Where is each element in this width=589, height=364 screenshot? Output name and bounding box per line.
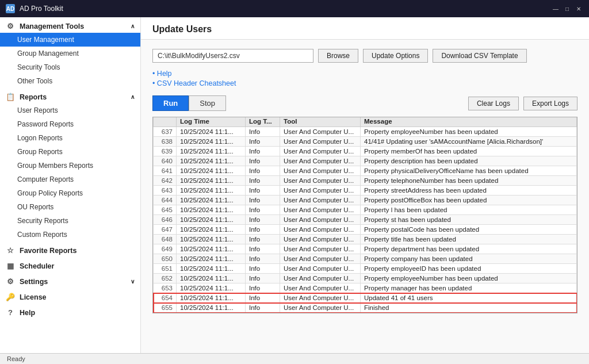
favorite-reports-icon: ☆: [6, 246, 15, 255]
row-time: 10/25/2024 11:1...: [177, 293, 246, 303]
sidebar-category-license[interactable]: 🔑 License: [0, 288, 140, 304]
row-time: 10/25/2024 11:1...: [177, 215, 246, 225]
row-time: 10/25/2024 11:1...: [177, 186, 246, 196]
group-reports-label: Group Reports: [17, 148, 63, 156]
row-log-type: Info: [246, 244, 280, 254]
row-log-type: Info: [246, 303, 280, 313]
help-link[interactable]: • Help: [152, 70, 577, 78]
update-options-button[interactable]: Update Options: [363, 49, 428, 63]
row-time: 10/25/2024 11:1...: [177, 176, 246, 186]
row-message: Property title has been updated: [361, 235, 577, 244]
help-label: Help: [20, 309, 35, 317]
sidebar-item-group-policy-reports[interactable]: Group Policy Reports: [0, 186, 140, 200]
sidebar-item-ou-reports[interactable]: OU Reports: [0, 200, 140, 214]
row-message: Property department has been updated: [361, 244, 577, 254]
row-id: 647: [154, 225, 177, 235]
app-title: AD Pro Toolkit: [20, 5, 63, 13]
user-reports-label: User Reports: [17, 106, 58, 114]
col-header-tool: Tool: [280, 117, 361, 127]
row-tool: User And Computer U...: [280, 264, 361, 274]
stop-button[interactable]: Stop: [189, 95, 226, 111]
row-tool: User And Computer U...: [280, 254, 361, 264]
row-id: 653: [154, 283, 177, 293]
group-policy-reports-label: Group Policy Reports: [17, 189, 83, 197]
row-log-type: Info: [246, 186, 280, 196]
sidebar-item-user-management[interactable]: User Management: [0, 33, 140, 47]
row-id: 646: [154, 215, 177, 225]
table-row: 65410/25/2024 11:1...InfoUser And Comput…: [154, 293, 577, 303]
row-message: Property employeeNumber has been updated: [361, 274, 577, 283]
browse-button[interactable]: Browse: [318, 49, 358, 63]
row-time: 10/25/2024 11:1...: [177, 225, 246, 235]
download-csv-template-button[interactable]: Download CSV Template: [433, 49, 526, 63]
row-tool: User And Computer U...: [280, 147, 361, 156]
row-id: 638: [154, 137, 177, 147]
file-path-input[interactable]: [152, 49, 313, 63]
custom-reports-label: Custom Reports: [17, 231, 67, 239]
csv-cheatsheet-link[interactable]: • CSV Header Cheatsheet: [152, 79, 577, 87]
row-tool: User And Computer U...: [280, 274, 361, 283]
sidebar-item-computer-reports[interactable]: Computer Reports: [0, 173, 140, 186]
row-tool: User And Computer U...: [280, 235, 361, 244]
row-log-type: Info: [246, 127, 280, 137]
logon-reports-label: Logon Reports: [17, 134, 63, 142]
row-message: Property postalCode has been updated: [361, 225, 577, 235]
row-log-type: Info: [246, 215, 280, 225]
sidebar-item-password-reports[interactable]: Password Reports: [0, 117, 140, 131]
col-header-log-time: Log Time: [177, 117, 246, 127]
row-time: 10/25/2024 11:1...: [177, 205, 246, 215]
row-tool: User And Computer U...: [280, 215, 361, 225]
row-id: 637: [154, 127, 177, 137]
ou-reports-label: OU Reports: [17, 203, 53, 211]
maximize-button[interactable]: □: [563, 4, 572, 13]
sidebar-item-logon-reports[interactable]: Logon Reports: [0, 131, 140, 145]
computer-reports-label: Computer Reports: [17, 175, 74, 183]
row-time: 10/25/2024 11:1...: [177, 137, 246, 147]
sidebar-item-other-tools[interactable]: Other Tools: [0, 74, 140, 88]
content-body: Browse Update Options Download CSV Templ…: [141, 40, 589, 353]
row-id: 651: [154, 264, 177, 274]
row-log-type: Info: [246, 176, 280, 186]
status-bar: Ready: [0, 353, 589, 364]
row-id: 648: [154, 235, 177, 244]
sidebar: ⚙ Management Tools ∧ User Management Gro…: [0, 17, 141, 353]
sidebar-item-group-reports[interactable]: Group Reports: [0, 145, 140, 159]
app-body: ⚙ Management Tools ∧ User Management Gro…: [0, 17, 589, 353]
sidebar-category-scheduler[interactable]: ▦ Scheduler: [0, 257, 140, 273]
sidebar-category-settings[interactable]: ⚙ Settings ∨: [0, 273, 140, 288]
row-time: 10/25/2024 11:1...: [177, 156, 246, 166]
table-row: 64710/25/2024 11:1...InfoUser And Comput…: [154, 225, 577, 235]
table-row: 65510/25/2024 11:1...InfoUser And Comput…: [154, 303, 577, 313]
row-message: Property employeeNumber has been updated: [361, 127, 577, 137]
row-message: Property postOfficeBox has been updated: [361, 196, 577, 205]
row-tool: User And Computer U...: [280, 205, 361, 215]
row-log-type: Info: [246, 293, 280, 303]
run-button[interactable]: Run: [152, 95, 189, 111]
settings-chevron: ∨: [131, 278, 135, 285]
sidebar-category-favorite-reports[interactable]: ☆ Favorite Reports: [0, 242, 140, 257]
sidebar-category-help[interactable]: ? Help: [0, 304, 140, 319]
export-logs-button[interactable]: Export Logs: [523, 97, 577, 110]
table-row: 64610/25/2024 11:1...InfoUser And Comput…: [154, 215, 577, 225]
row-tool: User And Computer U...: [280, 283, 361, 293]
row-message: Property description has been updated: [361, 156, 577, 166]
table-row: 63810/25/2024 11:1...InfoUser And Comput…: [154, 137, 577, 147]
table-row: 64910/25/2024 11:1...InfoUser And Comput…: [154, 244, 577, 254]
sidebar-item-group-members-reports[interactable]: Group Members Reports: [0, 159, 140, 173]
action-right: Clear Logs Export Logs: [468, 97, 577, 110]
minimize-button[interactable]: —: [551, 4, 560, 13]
table-row: 64110/25/2024 11:1...InfoUser And Comput…: [154, 166, 577, 176]
log-table-scroll[interactable]: Log Time Log T... Tool Message 63710/25/…: [153, 117, 577, 313]
sidebar-item-security-tools[interactable]: Security Tools: [0, 60, 140, 74]
sidebar-item-custom-reports[interactable]: Custom Reports: [0, 228, 140, 242]
sidebar-category-reports[interactable]: 📋 Reports ∧: [0, 88, 140, 104]
row-message: Property streetAddress has been updated: [361, 186, 577, 196]
row-id: 650: [154, 254, 177, 264]
sidebar-item-security-reports[interactable]: Security Reports: [0, 214, 140, 228]
sidebar-category-management-tools[interactable]: ⚙ Management Tools ∧: [0, 17, 140, 33]
clear-logs-button[interactable]: Clear Logs: [468, 97, 519, 110]
row-message: Updated 41 of 41 users: [361, 293, 577, 303]
sidebar-item-group-management[interactable]: Group Management: [0, 47, 140, 60]
sidebar-item-user-reports[interactable]: User Reports: [0, 104, 140, 117]
close-button[interactable]: ✕: [574, 4, 583, 13]
